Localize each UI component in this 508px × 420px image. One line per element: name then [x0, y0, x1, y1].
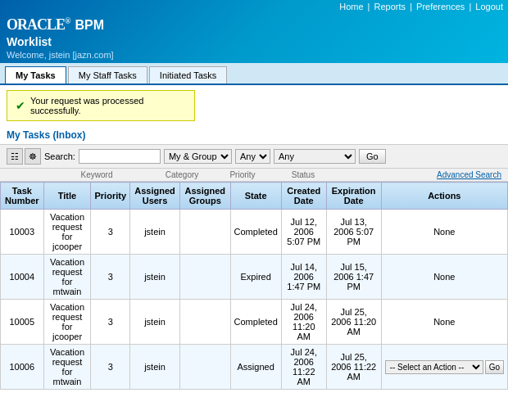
top-navigation: Home | Reports | Preferences | Logout: [0, 0, 508, 13]
task-state: Completed: [230, 210, 281, 255]
task-number: 10003: [1, 210, 44, 255]
task-assigned-groups: [179, 300, 230, 345]
col-header-assigned-users: Assigned Users: [130, 183, 180, 210]
task-created-date: Jul 12, 2006 5:07 PM: [281, 210, 326, 255]
oracle-logo: ORACLE®: [7, 16, 70, 34]
welcome-text: Welcome, jstein [jazn.com]: [0, 50, 508, 63]
task-assigned-groups: [179, 345, 230, 390]
task-assigned-users: jstein: [130, 300, 180, 345]
task-action-cell[interactable]: -- Select an Action --Go: [381, 345, 507, 390]
view-icon-1[interactable]: ☷: [7, 148, 23, 165]
col-header-actions: Actions: [381, 183, 507, 210]
col-header-title: Title: [43, 183, 91, 210]
page-title: Worklist: [0, 35, 508, 50]
task-created-date: Jul 24, 2006 11:20 AM: [281, 300, 326, 345]
task-expiration-date: Jul 13, 2006 5:07 PM: [326, 210, 381, 255]
task-title: Vacation request for mtwain: [43, 255, 91, 300]
task-expiration-date: Jul 15, 2006 1:47 PM: [326, 255, 381, 300]
category-label: Category: [149, 170, 215, 179]
col-header-task-number: Task Number: [1, 183, 44, 210]
col-header-expiration-date: Expiration Date: [326, 183, 381, 210]
task-state: Expired: [230, 255, 281, 300]
tabs-bar: My Tasks My Staff Tasks Initiated Tasks: [0, 63, 508, 85]
preferences-link[interactable]: Preferences: [416, 2, 465, 11]
task-state: Completed: [230, 300, 281, 345]
task-title: Vacation request for jcooper: [43, 300, 91, 345]
table-row: 10005Vacation request for jcooper3jstein…: [1, 300, 508, 345]
home-link[interactable]: Home: [339, 2, 363, 11]
logout-link[interactable]: Logout: [475, 2, 503, 11]
task-state: Assigned: [230, 345, 281, 390]
action-go-button[interactable]: Go: [485, 360, 504, 374]
task-priority: 3: [91, 300, 130, 345]
bpm-label: BPM: [75, 18, 105, 33]
search-labels: Keyword Category Priority Status Advance…: [0, 169, 508, 182]
task-action-cell: None: [381, 300, 507, 345]
col-header-created-date: Created Date: [281, 183, 326, 210]
search-input[interactable]: [79, 149, 161, 164]
task-created-date: Jul 24, 2006 11:22 AM: [281, 345, 326, 390]
task-assigned-users: jstein: [130, 255, 180, 300]
task-expiration-date: Jul 25, 2006 11:20 AM: [326, 300, 381, 345]
search-icons: ☷ ☸: [7, 148, 41, 165]
status-label: Status: [270, 170, 336, 179]
task-priority: 3: [91, 345, 130, 390]
priority-select[interactable]: Any: [235, 149, 270, 164]
task-created-date: Jul 14, 2006 1:47 PM: [281, 255, 326, 300]
tab-my-staff-tasks[interactable]: My Staff Tasks: [68, 66, 147, 84]
priority-label: Priority: [218, 170, 267, 179]
task-assigned-users: jstein: [130, 345, 180, 390]
task-title: Vacation request for mtwain: [43, 345, 91, 390]
task-title: Vacation request for jcooper: [43, 210, 91, 255]
category-select[interactable]: My & Group: [164, 149, 232, 164]
view-icon-2[interactable]: ☸: [25, 148, 41, 165]
status-select[interactable]: Any: [274, 149, 356, 164]
section-title: My Tasks (Inbox): [0, 126, 508, 145]
advanced-search-link[interactable]: Advanced Search: [437, 170, 501, 179]
task-number: 10005: [1, 300, 44, 345]
search-bar: ☷ ☸ Search: My & Group Any Any Go: [0, 145, 508, 169]
task-number: 10006: [1, 345, 44, 390]
action-select[interactable]: -- Select an Action --: [385, 360, 483, 374]
task-action-cell: None: [381, 255, 507, 300]
task-action-cell: None: [381, 210, 507, 255]
tab-initiated-tasks[interactable]: Initiated Tasks: [149, 66, 228, 84]
search-go-button[interactable]: Go: [359, 149, 386, 164]
check-icon: ✔: [16, 99, 25, 112]
task-table: Task Number Title Priority Assigned User…: [0, 182, 508, 390]
task-expiration-date: Jul 25, 2006 11:22 AM: [326, 345, 381, 390]
col-header-priority: Priority: [91, 183, 130, 210]
reports-link[interactable]: Reports: [374, 2, 406, 11]
col-header-assigned-groups: Assigned Groups: [179, 183, 230, 210]
task-assigned-users: jstein: [130, 210, 180, 255]
col-header-state: State: [230, 183, 281, 210]
task-priority: 3: [91, 255, 130, 300]
task-number: 10004: [1, 255, 44, 300]
table-row: 10003Vacation request for jcooper3jstein…: [1, 210, 508, 255]
table-row: 10004Vacation request for mtwain3jsteinE…: [1, 255, 508, 300]
keyword-label: Keyword: [48, 170, 146, 179]
logo-area: ORACLE® BPM: [0, 13, 508, 35]
task-priority: 3: [91, 210, 130, 255]
table-row: 10006Vacation request for mtwain3jsteinA…: [1, 345, 508, 390]
task-assigned-groups: [179, 255, 230, 300]
success-message: ✔ Your request was processed successfull…: [7, 90, 195, 121]
search-label: Search:: [44, 151, 75, 161]
tab-my-tasks[interactable]: My Tasks: [5, 66, 66, 84]
task-assigned-groups: [179, 210, 230, 255]
